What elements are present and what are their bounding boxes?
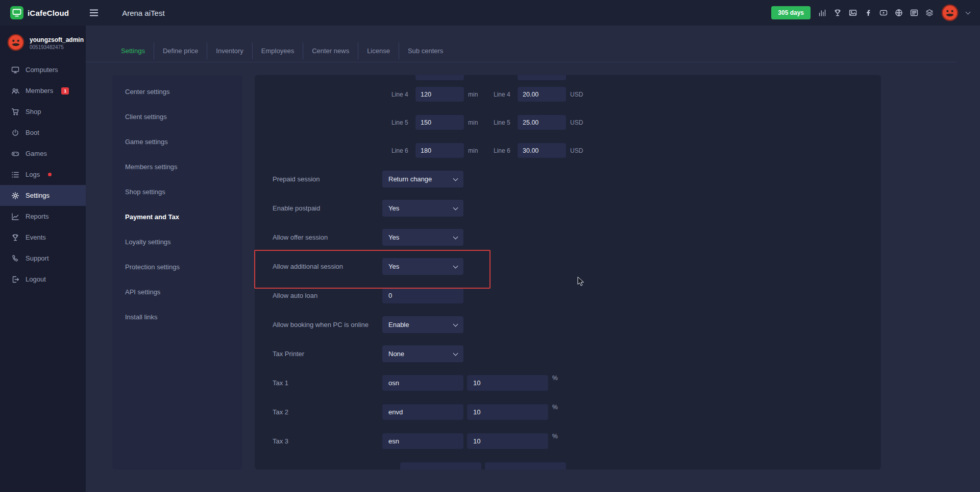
logs-icon bbox=[11, 171, 19, 179]
select-value: None bbox=[388, 350, 404, 358]
gamepad-icon bbox=[11, 150, 19, 158]
clipped-tax-row bbox=[255, 462, 881, 470]
globe-icon[interactable] bbox=[895, 9, 903, 17]
percent-unit-label: % bbox=[552, 433, 558, 440]
currency-unit-label: USD bbox=[570, 119, 587, 126]
settings-nav-client-settings[interactable]: Client settings bbox=[112, 104, 242, 129]
trophy-icon[interactable] bbox=[834, 9, 842, 17]
price-line-row: Line 4minLine 4USD bbox=[391, 80, 881, 108]
sidebar-item-label: Computers bbox=[26, 66, 58, 74]
setting-label: Enable postpaid bbox=[273, 204, 382, 212]
menu-toggle-icon[interactable] bbox=[89, 9, 99, 16]
setting-row-allow-auto-loan: Allow auto loan bbox=[255, 281, 881, 310]
sidebar-item-label: Settings bbox=[26, 192, 50, 199]
settings-nav-api-settings[interactable]: API settings bbox=[112, 279, 242, 304]
tab-employees[interactable]: Employees bbox=[252, 42, 303, 59]
main-content: SettingsDefine priceInventoryEmployeesCe… bbox=[86, 26, 980, 492]
stats-icon[interactable] bbox=[818, 9, 826, 17]
line-price-label: Line 6 bbox=[494, 147, 518, 154]
youtube-icon[interactable] bbox=[879, 9, 888, 17]
clipped-price-input[interactable] bbox=[518, 75, 566, 80]
photo-icon[interactable] bbox=[849, 9, 857, 17]
select-value: Yes bbox=[388, 204, 399, 212]
clipped-tax-name-input[interactable] bbox=[400, 462, 481, 470]
facebook-icon[interactable] bbox=[864, 9, 872, 17]
allow-booking-when-pc-is-online-select[interactable]: Enable bbox=[382, 316, 463, 333]
sidebar-item-games[interactable]: Games bbox=[0, 143, 86, 164]
sidebar-item-label: Support bbox=[26, 254, 49, 262]
settings-nav-payment-and-tax[interactable]: Payment and Tax bbox=[112, 204, 242, 229]
minutes-unit-label: min bbox=[468, 91, 485, 98]
tab-license[interactable]: License bbox=[358, 42, 399, 59]
settings-nav-game-settings[interactable]: Game settings bbox=[112, 129, 242, 154]
tax-3-name-input[interactable] bbox=[382, 433, 463, 449]
tab-sub-centers[interactable]: Sub centers bbox=[399, 42, 452, 59]
settings-nav-members-settings[interactable]: Members settings bbox=[112, 154, 242, 179]
settings-nav-install-links[interactable]: Install links bbox=[112, 304, 242, 330]
allow-auto-loan-input[interactable] bbox=[382, 288, 463, 303]
setting-label: Prepaid session bbox=[273, 175, 382, 183]
sidebar-item-computers[interactable]: Computers bbox=[0, 59, 86, 80]
allow-offer-session-select[interactable]: Yes bbox=[382, 229, 463, 246]
select-value: Return change bbox=[388, 175, 432, 183]
line-minutes-label: Line 5 bbox=[391, 119, 415, 126]
tab-center-news[interactable]: Center news bbox=[303, 42, 358, 59]
sidebar-item-boot[interactable]: Boot bbox=[0, 122, 86, 143]
line-price-input[interactable] bbox=[518, 87, 566, 102]
setting-label: Allow offer session bbox=[273, 233, 382, 241]
monitor-icon bbox=[11, 66, 19, 74]
clipped-tax-rate-input[interactable] bbox=[485, 462, 566, 470]
sidebar-item-members[interactable]: Members1 bbox=[0, 80, 86, 101]
line-price-input[interactable] bbox=[518, 143, 566, 158]
tab-inventory[interactable]: Inventory bbox=[207, 42, 252, 59]
allow-additional-session-select[interactable]: Yes bbox=[382, 258, 463, 275]
sidebar-item-label: Logs bbox=[26, 171, 40, 178]
line-price-label: Line 4 bbox=[494, 91, 518, 98]
line-minutes-input[interactable] bbox=[415, 143, 464, 158]
settings-nav-center-settings[interactable]: Center settings bbox=[112, 79, 242, 104]
settings-nav-shop-settings[interactable]: Shop settings bbox=[112, 179, 242, 204]
enable-postpaid-select[interactable]: Yes bbox=[382, 200, 463, 217]
price-line-row: Line 6minLine 6USD bbox=[391, 136, 881, 165]
settings-nav-loyalty-settings[interactable]: Loyalty settings bbox=[112, 229, 242, 254]
line-minutes-label: Line 6 bbox=[391, 147, 415, 154]
minutes-unit-label: min bbox=[468, 147, 485, 154]
setting-row-prepaid-session: Prepaid sessionReturn change bbox=[255, 165, 881, 194]
sidebar-item-events[interactable]: Events bbox=[0, 227, 86, 248]
tax-2-rate-input[interactable] bbox=[467, 404, 548, 420]
line-minutes-input[interactable] bbox=[415, 87, 464, 102]
line-price-input[interactable] bbox=[518, 115, 566, 130]
translate-icon[interactable] bbox=[910, 9, 918, 17]
clipped-minutes-input[interactable] bbox=[415, 75, 464, 80]
currency-unit-label: USD bbox=[570, 147, 587, 154]
brand[interactable]: iCafeCloud bbox=[10, 6, 69, 19]
sidebar: youngzsoft_admin 005193482475 ComputersM… bbox=[0, 26, 86, 492]
tax-1-name-input[interactable] bbox=[382, 375, 463, 391]
user-avatar[interactable] bbox=[941, 4, 959, 21]
sidebar-item-settings[interactable]: Settings bbox=[0, 185, 86, 206]
page-title: Arena aiTest bbox=[122, 9, 164, 17]
tax-3-rate-input[interactable] bbox=[467, 433, 548, 449]
tax-2-name-input[interactable] bbox=[382, 404, 463, 420]
percent-unit-label: % bbox=[552, 404, 558, 411]
sidebar-item-logs[interactable]: Logs bbox=[0, 164, 86, 185]
profile-chevron-down-icon[interactable] bbox=[966, 9, 971, 14]
sidebar-item-logout[interactable]: Logout bbox=[0, 269, 86, 290]
sidebar-item-shop[interactable]: Shop bbox=[0, 101, 86, 122]
tax-printer-select[interactable]: None bbox=[382, 345, 463, 362]
tab-define-price[interactable]: Define price bbox=[154, 42, 207, 59]
sidebar-item-reports[interactable]: Reports bbox=[0, 206, 86, 227]
setting-row-tax-1: Tax 1% bbox=[255, 368, 881, 397]
settings-nav-protection-settings[interactable]: Protection settings bbox=[112, 254, 242, 279]
license-days-badge[interactable]: 305 days bbox=[771, 6, 811, 19]
sidebar-item-label: Reports bbox=[26, 213, 49, 220]
tab-settings[interactable]: Settings bbox=[112, 42, 154, 59]
layers-icon[interactable] bbox=[925, 9, 934, 17]
tax-1-rate-input[interactable] bbox=[467, 375, 548, 391]
chevron-down-icon bbox=[453, 321, 458, 326]
prepaid-session-select[interactable]: Return change bbox=[382, 171, 463, 188]
setting-row-enable-postpaid: Enable postpaidYes bbox=[255, 194, 881, 223]
setting-label: Tax 2 bbox=[273, 408, 382, 416]
line-minutes-input[interactable] bbox=[415, 115, 464, 130]
sidebar-item-support[interactable]: Support bbox=[0, 248, 86, 269]
